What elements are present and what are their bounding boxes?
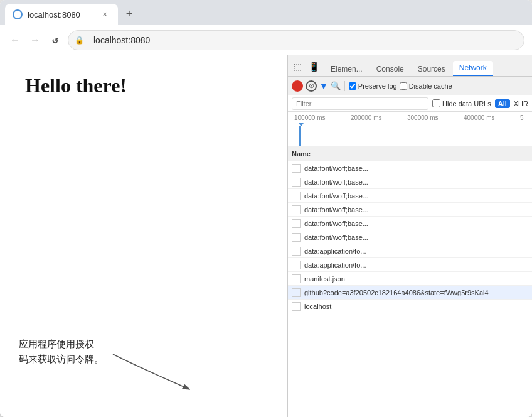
row-name: data:font/woff;base... bbox=[304, 178, 528, 186]
disable-cache-label: Disable cache bbox=[409, 82, 452, 90]
preserve-log-label: Preserve log bbox=[358, 82, 397, 90]
row-checkbox[interactable] bbox=[292, 274, 301, 283]
table-row[interactable]: localhost bbox=[288, 300, 532, 313]
hide-data-urls-label: Hide data URLs bbox=[442, 100, 491, 107]
tab-title: localhost:8080 bbox=[28, 10, 94, 19]
preserve-log-checkbox[interactable]: Preserve log bbox=[349, 82, 397, 90]
row-checkbox[interactable] bbox=[292, 192, 301, 200]
row-checkbox[interactable] bbox=[292, 178, 301, 187]
tab-sources[interactable]: Sources bbox=[412, 62, 452, 76]
table-row[interactable]: data:application/fo... bbox=[288, 258, 532, 272]
page-content: Hello there! 应用程序使用授权 码来获取访问令牌。 bbox=[0, 55, 287, 417]
tab-bar: localhost:8080 × + bbox=[0, 0, 532, 25]
marker-2: 300000 ms bbox=[407, 114, 464, 121]
main-area: Hello there! 应用程序使用授权 码来获取访问令牌。 bbox=[0, 55, 532, 417]
timeline: 100000 ms 200000 ms 300000 ms 400000 ms … bbox=[288, 112, 532, 146]
marker-0: 100000 ms bbox=[294, 114, 351, 121]
filter-input[interactable] bbox=[292, 97, 428, 110]
device-icon-btn[interactable]: 📱 bbox=[307, 60, 321, 73]
reload-button[interactable]: ↺ bbox=[48, 33, 63, 48]
row-name: data:font/woff;base... bbox=[304, 206, 528, 214]
devtools-panel: ⬚ 📱 Elemen... Console Sources Network ⊘ … bbox=[287, 55, 532, 417]
table-row[interactable]: data:font/woff;base... bbox=[288, 175, 532, 189]
marker-1: 200000 ms bbox=[351, 114, 407, 121]
row-checkbox[interactable] bbox=[292, 288, 301, 297]
table-row[interactable]: data:font/woff;base... bbox=[288, 203, 532, 217]
row-name: data:font/woff;base... bbox=[304, 165, 528, 172]
request-list: Name data:font/woff;base...data:font/wof… bbox=[288, 146, 532, 417]
row-name: manifest.json bbox=[304, 275, 528, 283]
preserve-log-input[interactable] bbox=[349, 82, 356, 90]
row-name: localhost bbox=[304, 303, 528, 310]
hide-data-urls: Hide data URLs bbox=[432, 99, 491, 107]
row-checkbox[interactable] bbox=[292, 205, 301, 214]
disable-cache-checkbox[interactable]: Disable cache bbox=[400, 82, 452, 90]
row-checkbox[interactable] bbox=[292, 164, 301, 173]
row-name: data:application/fo... bbox=[304, 261, 528, 269]
all-filter-badge[interactable]: All bbox=[495, 99, 510, 108]
row-checkbox[interactable] bbox=[292, 261, 301, 269]
table-row[interactable]: data:application/fo... bbox=[288, 244, 532, 258]
browser-window: localhost:8080 × + ← → ↺ 🔒 localhost:808… bbox=[0, 0, 532, 417]
table-row[interactable]: data:font/woff;base... bbox=[288, 161, 532, 175]
row-name: github?code=a3f20502c182164a4086&state=f… bbox=[304, 289, 528, 296]
tab-favicon bbox=[13, 9, 23, 19]
tab-elements[interactable]: Elemen... bbox=[324, 62, 369, 76]
annotation-line1: 应用程序使用授权 bbox=[19, 337, 104, 352]
clear-button[interactable]: ⊘ bbox=[306, 80, 317, 92]
row-checkbox[interactable] bbox=[292, 302, 301, 311]
tab-console[interactable]: Console bbox=[370, 62, 410, 76]
row-name: data:application/fo... bbox=[304, 247, 528, 255]
lock-icon: 🔒 bbox=[75, 36, 84, 45]
tab-close-button[interactable]: × bbox=[99, 9, 110, 20]
page-heading: Hello there! bbox=[25, 74, 262, 97]
address-bar: ← → ↺ 🔒 localhost:8080 bbox=[0, 25, 532, 55]
back-button[interactable]: ← bbox=[8, 33, 23, 48]
table-row[interactable]: data:font/woff;base... bbox=[288, 230, 532, 244]
hide-data-urls-checkbox[interactable] bbox=[432, 99, 440, 107]
table-row[interactable]: github?code=a3f20502c182164a4086&state=f… bbox=[288, 286, 532, 300]
marker-3: 400000 ms bbox=[464, 114, 520, 121]
search-icon-btn[interactable]: 🔍 bbox=[331, 81, 341, 90]
network-toolbar: ⊘ ▼ 🔍 Preserve log Disable cache bbox=[288, 77, 532, 95]
row-checkbox[interactable] bbox=[292, 219, 301, 228]
address-input[interactable]: 🔒 localhost:8080 bbox=[68, 30, 524, 50]
devtools-icon-buttons: ⬚ 📱 bbox=[290, 60, 321, 76]
row-checkbox[interactable] bbox=[292, 247, 301, 256]
devtools-tabs: ⬚ 📱 Elemen... Console Sources Network bbox=[288, 55, 532, 77]
table-row[interactable]: data:font/woff;base... bbox=[288, 189, 532, 203]
forward-button[interactable]: → bbox=[28, 33, 43, 48]
active-tab[interactable]: localhost:8080 × bbox=[5, 4, 118, 25]
name-column-header: Name bbox=[292, 150, 311, 158]
filter-bar: Hide data URLs All XHR bbox=[288, 95, 532, 112]
row-name: data:font/woff;base... bbox=[304, 220, 528, 227]
record-button[interactable] bbox=[292, 80, 303, 92]
toolbar-divider bbox=[344, 81, 345, 91]
inspector-icon-btn[interactable]: ⬚ bbox=[290, 60, 304, 73]
filter-icon[interactable]: ▼ bbox=[319, 81, 328, 91]
new-tab-button[interactable]: + bbox=[120, 5, 138, 23]
xhr-filter-label[interactable]: XHR bbox=[514, 100, 528, 107]
annotation-arrow bbox=[63, 354, 251, 404]
timeline-blue-line bbox=[299, 126, 301, 146]
url-display: localhost:8080 bbox=[93, 35, 150, 45]
disable-cache-input[interactable] bbox=[400, 82, 407, 90]
row-name: data:font/woff;base... bbox=[304, 192, 528, 200]
table-row[interactable]: manifest.json bbox=[288, 272, 532, 286]
row-checkbox[interactable] bbox=[292, 233, 301, 242]
timeline-bar-area bbox=[294, 126, 532, 146]
tab-network[interactable]: Network bbox=[453, 61, 493, 76]
marker-4: 5 bbox=[520, 114, 532, 121]
table-row[interactable]: data:font/woff;base... bbox=[288, 217, 532, 230]
request-list-header: Name bbox=[288, 146, 532, 161]
row-name: data:font/woff;base... bbox=[304, 234, 528, 241]
timeline-markers: 100000 ms 200000 ms 300000 ms 400000 ms … bbox=[288, 112, 532, 121]
